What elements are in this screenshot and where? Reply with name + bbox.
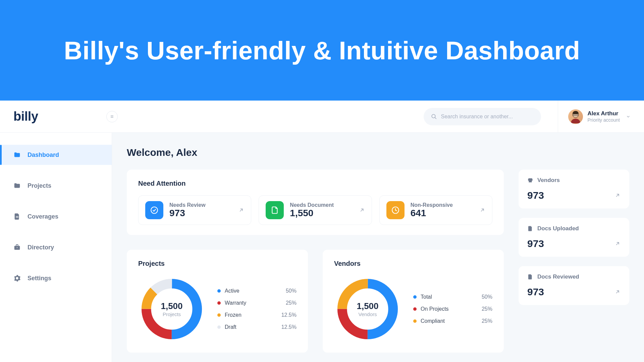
legend-name: Active: [225, 288, 286, 294]
svg-rect-6: [16, 217, 18, 218]
donut-value: 1,500: [357, 301, 378, 311]
donut-value: 1,500: [161, 301, 182, 311]
arrow-ne-icon: [359, 207, 365, 213]
legend-dot-icon: [217, 313, 221, 317]
svg-point-0: [432, 114, 435, 118]
legend-name: Warranty: [225, 300, 286, 306]
stat-needs-review[interactable]: Needs Review 973: [138, 195, 251, 225]
arrow-ne-icon: [479, 207, 485, 213]
projects-legend: Active50%Warranty25%Frozen12.5%Draft12.5…: [217, 288, 297, 330]
legend-row: Frozen12.5%: [217, 312, 297, 318]
stat-label: Non-Responsive: [411, 202, 453, 208]
chevron-down-icon: [626, 114, 631, 119]
card-title: Need Attention: [138, 180, 492, 187]
brand: billy: [0, 109, 112, 124]
brand-name: billy: [13, 109, 38, 124]
arrow-ne-icon: [614, 289, 621, 295]
legend-dot-icon: [413, 319, 417, 323]
legend-value: 50%: [482, 294, 492, 300]
search-icon: [431, 113, 437, 120]
legend-value: 12.5%: [281, 324, 297, 330]
sidebar-item-label: Coverages: [28, 213, 58, 220]
arrow-ne-icon: [238, 207, 244, 213]
projects-chart-card: Projects 1,500 Projects Active50%Warrant…: [127, 250, 308, 353]
mini-value: 973: [527, 190, 544, 201]
mini-card-docs-uploaded[interactable]: Docs Uploaded 973: [519, 218, 629, 257]
legend-row: Active50%: [217, 288, 297, 294]
mini-label: Vendors: [537, 177, 560, 184]
avatar: [568, 109, 583, 124]
svg-point-9: [151, 207, 158, 214]
mini-value: 973: [527, 238, 544, 249]
sidebar-item-dashboard[interactable]: Dashboard: [0, 145, 112, 165]
user-subtitle: Priority account: [588, 117, 620, 123]
legend-row: On Projects25%: [413, 306, 492, 312]
folder-icon: [13, 151, 21, 159]
legend-dot-icon: [413, 295, 417, 299]
sidebar-item-label: Settings: [28, 275, 51, 282]
document-icon: [266, 201, 284, 219]
stat-needs-document[interactable]: Needs Document 1,550: [259, 195, 372, 225]
search-box[interactable]: [424, 108, 541, 125]
sidebar-item-directory[interactable]: Directory: [0, 237, 112, 257]
stat-non-responsive[interactable]: Non-Responsive 641: [379, 195, 492, 225]
svg-line-11: [361, 209, 363, 212]
svg-line-10: [240, 209, 243, 212]
legend-dot-icon: [217, 301, 221, 305]
sidebar-item-coverages[interactable]: Coverages: [0, 206, 112, 227]
folder-icon: [13, 182, 21, 189]
store-icon: [527, 177, 533, 183]
file-icon: [527, 226, 533, 232]
sidebar-item-projects[interactable]: Projects: [0, 176, 112, 196]
arrow-ne-icon: [614, 192, 621, 198]
svg-point-8: [17, 247, 17, 248]
donut-label: Vendors: [358, 311, 377, 317]
legend-name: On Projects: [421, 306, 482, 312]
stat-label: Needs Review: [169, 202, 206, 208]
vendors-legend: Total50%On Projects25%Compliant25%: [413, 294, 492, 324]
legend-value: 12.5%: [281, 312, 297, 318]
mini-label: Docs Uploaded: [537, 225, 579, 232]
svg-line-25: [616, 291, 619, 293]
file-icon: [527, 274, 533, 280]
welcome-heading: Welcome, Alex: [127, 147, 629, 158]
briefcase-icon: [13, 244, 21, 251]
card-title: Vendors: [334, 260, 492, 267]
arrow-ne-icon: [614, 241, 621, 247]
legend-name: Draft: [225, 324, 281, 330]
user-menu[interactable]: Alex Arthur Priority account: [558, 101, 644, 132]
search-input[interactable]: [441, 114, 534, 120]
vendors-chart-card: Vendors 1,500 Vendors Total50%On Project…: [323, 250, 504, 353]
hero-title: Billy's User-friendly & Intuitive Dashbo…: [64, 36, 580, 65]
legend-row: Warranty25%: [217, 300, 297, 306]
sidebar-item-settings[interactable]: Settings: [0, 268, 112, 288]
mini-label: Docs Reviewed: [537, 274, 579, 280]
legend-row: Compliant25%: [413, 318, 492, 324]
stat-label: Needs Document: [290, 202, 334, 208]
legend-dot-icon: [413, 307, 417, 311]
sidebar-item-label: Directory: [28, 244, 54, 251]
legend-name: Frozen: [225, 312, 281, 318]
svg-line-13: [481, 209, 484, 212]
mini-value: 973: [527, 286, 544, 298]
donut-label: Projects: [163, 311, 181, 317]
mini-card-docs-reviewed[interactable]: Docs Reviewed 973: [519, 266, 629, 305]
sidebar: Dashboard Projects Coverages Directory S…: [0, 133, 112, 362]
projects-donut: 1,500 Projects: [138, 276, 205, 343]
user-name: Alex Arthur: [588, 110, 620, 117]
mini-card-vendors[interactable]: Vendors 973: [519, 170, 629, 208]
legend-row: Total50%: [413, 294, 492, 300]
legend-value: 25%: [482, 318, 492, 324]
sidebar-item-label: Projects: [28, 182, 51, 189]
file-icon: [13, 213, 21, 220]
stat-value: 973: [169, 208, 206, 219]
legend-value: 25%: [286, 300, 297, 306]
main-content: Welcome, Alex Need Attention Ne: [112, 133, 644, 362]
legend-row: Draft12.5%: [217, 324, 297, 330]
svg-line-1: [435, 117, 436, 119]
card-title: Projects: [138, 260, 297, 267]
sidebar-collapse-button[interactable]: =: [106, 111, 118, 122]
stat-value: 1,550: [290, 208, 334, 219]
svg-line-23: [616, 194, 619, 197]
legend-name: Total: [421, 294, 482, 300]
